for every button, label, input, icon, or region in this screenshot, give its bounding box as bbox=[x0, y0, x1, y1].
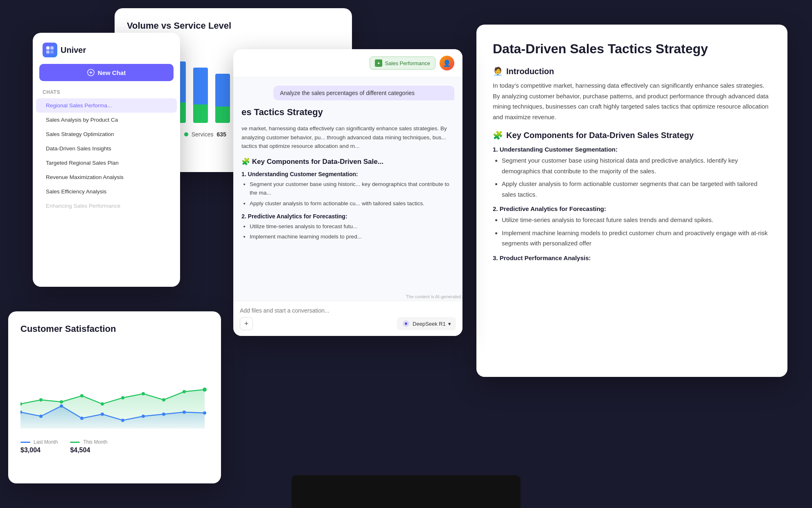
model-chevron-icon: ▾ bbox=[448, 321, 451, 327]
main-section2-list: Utilize time-series analysis to forecast… bbox=[493, 215, 771, 249]
intro-emoji: 🧑‍💼 bbox=[493, 66, 503, 76]
satisfaction-card: Customer Satisfaction bbox=[8, 311, 221, 483]
key-emoji: 🧩 bbox=[493, 130, 503, 140]
main-title: Data-Driven Sales Tactics Strategy bbox=[493, 41, 771, 57]
chat-card: ✦ Sales Performance 👤 Analyze the sales … bbox=[233, 49, 462, 336]
main-section2-bullet2: Implement machine learning models to pre… bbox=[502, 228, 771, 249]
main-content-card: Data-Driven Sales Tactics Strategy 🧑‍💼 I… bbox=[476, 25, 787, 377]
svg-rect-0 bbox=[46, 46, 50, 50]
satisfaction-legend: Last Month $3,004 This Month $4,504 bbox=[20, 439, 209, 454]
section1-bullet1: Segment your customer base using histori… bbox=[250, 180, 454, 197]
volume-chart-title: Volume vs Service Level bbox=[127, 20, 340, 31]
svg-point-12 bbox=[142, 415, 145, 418]
main-section2-bullet1: Utilize time-series analysis to forecast… bbox=[502, 215, 771, 225]
svg-point-17 bbox=[39, 398, 43, 401]
main-section1-bullet2: Apply cluster analysis to form actionabl… bbox=[502, 179, 771, 200]
bar-blue-5 bbox=[215, 74, 230, 107]
satisfaction-title: Customer Satisfaction bbox=[20, 324, 209, 334]
brand-name: Univer bbox=[61, 45, 86, 55]
chat-header: ✦ Sales Performance 👤 bbox=[233, 49, 462, 77]
legend-last-month-label: Last Month bbox=[34, 439, 58, 445]
file-badge-label: Sales Performance bbox=[385, 60, 430, 66]
svg-rect-2 bbox=[46, 50, 50, 54]
bar-group-4 bbox=[193, 68, 208, 123]
ai-response: es Tactics Strategy ve market, harnessin… bbox=[241, 107, 454, 241]
sidebar-item-2[interactable]: Sales Strategy Optimization bbox=[36, 127, 177, 141]
section1-title: 1. Understanding Customer Segmentation: bbox=[241, 171, 454, 177]
sidebar-item-7[interactable]: Enhancing Sales Performance bbox=[36, 199, 177, 213]
key-components-heading: 🧩 Key Components for Data-Driven Sale... bbox=[241, 157, 454, 166]
sidebar-item-0[interactable]: Regional Sales Performa... bbox=[36, 98, 177, 113]
intro-heading: 🧑‍💼 Introduction bbox=[493, 66, 771, 76]
file-badge: ✦ Sales Performance bbox=[370, 57, 435, 70]
bottom-bar bbox=[291, 475, 521, 508]
chat-toolbar: + DeepSeek R1 ▾ bbox=[240, 317, 456, 330]
svg-point-14 bbox=[183, 410, 186, 414]
line-chart-svg bbox=[20, 342, 209, 433]
spreadsheet-icon: ✦ bbox=[375, 59, 382, 67]
new-chat-button[interactable]: New Chat bbox=[39, 64, 174, 81]
main-section1-bullet1: Segment your customer base using histori… bbox=[502, 155, 771, 176]
bar-green-5 bbox=[215, 107, 230, 123]
brand-logo: Univer bbox=[33, 43, 180, 64]
main-section2-title: 2. Predictive Analytics for Forecasting: bbox=[493, 205, 771, 212]
sidebar-item-5[interactable]: Revenue Maximization Analysis bbox=[36, 170, 177, 184]
chat-input[interactable] bbox=[240, 307, 456, 314]
legend-this-month-label: This Month bbox=[83, 439, 107, 445]
main-section1-title: 1. Understanding Customer Segmentation: bbox=[493, 146, 771, 153]
svg-point-8 bbox=[60, 404, 63, 408]
svg-point-15 bbox=[203, 411, 206, 415]
section2-title: 2. Predictive Analytics for Forecasting: bbox=[241, 213, 454, 220]
svg-rect-1 bbox=[50, 46, 54, 50]
section2-bullet2: Implement machine learning models to pre… bbox=[250, 232, 454, 241]
key-components-heading: 🧩 Key Components for Data-Driven Sales S… bbox=[493, 130, 771, 140]
svg-point-10 bbox=[101, 413, 104, 416]
sidebar-item-6[interactable]: Sales Efficiency Analysis bbox=[36, 184, 177, 199]
model-selector[interactable]: DeepSeek R1 ▾ bbox=[397, 317, 456, 330]
legend-this-month-value: $4,504 bbox=[70, 447, 107, 454]
section2-list: Utilize time-series analysis to forecast… bbox=[241, 222, 454, 241]
user-avatar: 👤 bbox=[440, 56, 454, 70]
svg-rect-3 bbox=[50, 50, 54, 54]
area-this-month bbox=[20, 390, 205, 429]
line-indicator-last-month bbox=[20, 442, 30, 443]
svg-point-25 bbox=[203, 388, 207, 392]
svg-point-24 bbox=[183, 390, 186, 393]
svg-point-22 bbox=[142, 392, 145, 395]
user-message: Analyze the sales percentages of differe… bbox=[273, 86, 454, 100]
svg-point-18 bbox=[60, 400, 63, 404]
svg-point-9 bbox=[80, 417, 83, 420]
chat-input-area: + DeepSeek R1 ▾ bbox=[233, 301, 462, 336]
svg-point-21 bbox=[121, 396, 124, 399]
bar-green-4 bbox=[193, 104, 208, 123]
ai-response-title: es Tactics Strategy bbox=[241, 107, 454, 118]
new-chat-icon bbox=[87, 69, 95, 76]
sidebar-item-4[interactable]: Targeted Regional Sales Plan bbox=[36, 156, 177, 170]
svg-point-23 bbox=[162, 398, 165, 401]
line-indicator-this-month bbox=[70, 442, 80, 443]
bar-blue-4 bbox=[193, 68, 208, 104]
svg-point-20 bbox=[101, 402, 104, 406]
add-file-button[interactable]: + bbox=[240, 317, 253, 330]
main-section3-title: 3. Product Performance Analysis: bbox=[493, 254, 771, 261]
svg-point-7 bbox=[39, 415, 43, 418]
sidebar-item-1[interactable]: Sales Analysis by Product Ca bbox=[36, 113, 177, 127]
sidebar-card: Univer New Chat Chats Regional Sales Per… bbox=[33, 33, 180, 287]
legend-value-services: 635 bbox=[217, 131, 226, 138]
chats-section-label: Chats bbox=[33, 89, 180, 98]
intro-paragraph: In today's competitive market, harnessin… bbox=[493, 80, 771, 122]
chat-body: Analyze the sales percentages of differe… bbox=[233, 77, 462, 293]
bar-group-5 bbox=[215, 74, 230, 123]
svg-point-19 bbox=[80, 394, 83, 397]
deepseek-icon bbox=[402, 320, 410, 328]
logo-icon bbox=[43, 43, 57, 57]
model-label: DeepSeek R1 bbox=[413, 321, 446, 327]
line-chart-area bbox=[20, 342, 209, 433]
legend-services: Services 635 bbox=[184, 131, 226, 138]
legend-last-month: Last Month $3,004 bbox=[20, 439, 58, 454]
legend-this-month: This Month $4,504 bbox=[70, 439, 107, 454]
section1-bullet2: Apply cluster analysis to form actionabl… bbox=[250, 199, 454, 208]
sidebar-item-3[interactable]: Data-Driven Sales Insights bbox=[36, 141, 177, 156]
legend-dot-services bbox=[184, 132, 188, 136]
ai-intro-partial: ve market, harnessing data effectively c… bbox=[241, 124, 454, 151]
